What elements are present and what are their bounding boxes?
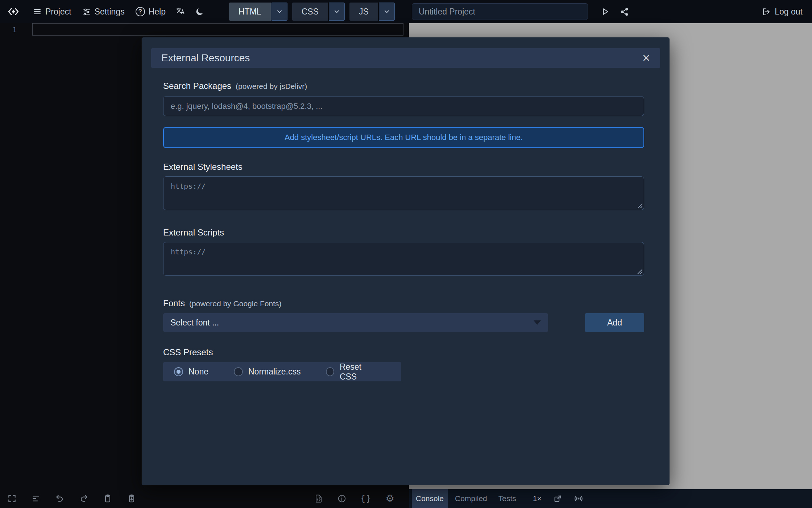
fonts-label: Fonts bbox=[163, 298, 185, 308]
fonts-hint: (powered by Google Fonts) bbox=[189, 299, 281, 308]
zoom-level-button[interactable]: 1× bbox=[533, 494, 542, 503]
run-button[interactable] bbox=[596, 0, 614, 23]
tab-js-dropdown[interactable] bbox=[379, 3, 395, 21]
translate-icon bbox=[176, 7, 186, 17]
copy-button[interactable] bbox=[103, 494, 112, 503]
open-window-icon bbox=[553, 494, 562, 503]
play-icon bbox=[600, 7, 610, 16]
chevron-down-icon bbox=[276, 8, 283, 15]
search-packages-hint: (powered by jsDelivr) bbox=[236, 82, 307, 91]
editor-tools-right: {} ⚙ bbox=[314, 489, 394, 508]
tab-html-label[interactable]: HTML bbox=[229, 3, 271, 21]
search-packages-input[interactable] bbox=[163, 96, 644, 116]
logout-label: Log out bbox=[775, 7, 803, 17]
radio-label: Normalize.css bbox=[248, 367, 301, 377]
css-presets-label: CSS Presets bbox=[163, 347, 213, 357]
tab-js: JS bbox=[349, 3, 395, 21]
radio-reset-css[interactable]: Reset CSS bbox=[326, 362, 376, 382]
stylesheets-label-row: External Stylesheets bbox=[163, 162, 644, 172]
radio-label: Reset CSS bbox=[340, 362, 376, 382]
scripts-label-row: External Scripts bbox=[163, 228, 644, 238]
editor-tabs: HTML CSS JS bbox=[229, 3, 395, 21]
stylesheets-textarea-wrap bbox=[163, 176, 644, 210]
chevron-down-icon bbox=[383, 8, 390, 15]
tab-html: HTML bbox=[229, 3, 287, 21]
tab-css-dropdown[interactable] bbox=[329, 3, 345, 21]
sliders-icon bbox=[82, 7, 91, 16]
chevron-down-icon bbox=[333, 8, 340, 15]
tab-compiled[interactable]: Compiled bbox=[451, 489, 491, 508]
logout-icon bbox=[762, 7, 771, 16]
undo-button[interactable] bbox=[55, 494, 65, 503]
translate-button[interactable] bbox=[171, 0, 190, 23]
menu-item-project[interactable]: Project bbox=[28, 0, 77, 23]
menu-item-label: Help bbox=[149, 7, 166, 17]
font-select[interactable]: Select font ... bbox=[163, 313, 548, 332]
radio-circle-icon bbox=[174, 367, 183, 376]
external-scripts-label: External Scripts bbox=[163, 228, 224, 238]
help-icon: ? bbox=[136, 7, 145, 16]
open-result-window-button[interactable] bbox=[553, 494, 562, 503]
modal-body: Search Packages (powered by jsDelivr) Ad… bbox=[142, 81, 670, 381]
url-hint-banner: Add stylesheet/script URLs. Each URL sho… bbox=[163, 127, 644, 148]
clipboard-icon bbox=[103, 494, 112, 503]
format-lines-icon bbox=[31, 494, 41, 503]
broadcast-icon bbox=[574, 494, 583, 503]
search-packages-label-row: Search Packages (powered by jsDelivr) bbox=[163, 81, 644, 91]
radio-label: None bbox=[188, 367, 208, 377]
font-row: Select font ... Add bbox=[163, 313, 644, 332]
menu-item-settings[interactable]: Settings bbox=[77, 0, 130, 23]
code-file-icon bbox=[314, 494, 323, 503]
console-bar: Console Compiled Tests 1× bbox=[409, 489, 812, 508]
logout-button[interactable]: Log out bbox=[762, 0, 803, 23]
focus-editor-button[interactable] bbox=[7, 494, 17, 503]
external-stylesheets-textarea[interactable] bbox=[163, 176, 644, 210]
tab-css-label[interactable]: CSS bbox=[292, 3, 328, 21]
app-root: Project Settings ? Help bbox=[0, 0, 812, 508]
editor-syntax-button[interactable]: {} bbox=[360, 494, 372, 503]
menu-item-help[interactable]: ? Help bbox=[130, 0, 171, 23]
hamburger-icon bbox=[33, 7, 42, 16]
braces-icon: {} bbox=[360, 494, 372, 503]
dark-mode-toggle[interactable] bbox=[190, 0, 209, 23]
modal-header: External Resources × bbox=[151, 48, 660, 68]
info-icon bbox=[337, 494, 347, 503]
redo-icon bbox=[79, 494, 88, 503]
external-stylesheets-label: External Stylesheets bbox=[163, 162, 243, 172]
custom-settings-button[interactable] bbox=[314, 494, 323, 503]
share-button[interactable] bbox=[616, 0, 633, 23]
tab-tests[interactable]: Tests bbox=[494, 489, 520, 508]
broadcast-button[interactable] bbox=[574, 494, 583, 503]
close-icon[interactable]: × bbox=[642, 52, 650, 65]
add-font-button[interactable]: Add bbox=[585, 313, 644, 332]
menu-item-label: Settings bbox=[95, 7, 125, 17]
app-logo-icon[interactable] bbox=[5, 3, 22, 20]
share-icon bbox=[620, 7, 629, 16]
project-title-input[interactable] bbox=[412, 3, 588, 20]
external-scripts-textarea[interactable] bbox=[163, 242, 644, 276]
redo-button[interactable] bbox=[79, 494, 88, 503]
clipboard-paste-icon bbox=[127, 494, 136, 503]
radio-circle-icon bbox=[326, 367, 334, 376]
editor-info-button[interactable] bbox=[337, 494, 347, 503]
undo-icon bbox=[55, 494, 65, 503]
modal-title: External Resources bbox=[161, 52, 250, 64]
main-menu: Project Settings ? Help bbox=[28, 0, 209, 23]
editor-settings-button[interactable]: ⚙ bbox=[386, 494, 394, 504]
tab-console[interactable]: Console bbox=[412, 489, 448, 508]
tab-css: CSS bbox=[292, 3, 345, 21]
editor-current-line-box bbox=[32, 23, 403, 36]
radio-none[interactable]: None bbox=[174, 367, 208, 377]
radio-circle-icon bbox=[234, 367, 243, 376]
scripts-textarea-wrap bbox=[163, 242, 644, 276]
line-number: 1 bbox=[7, 25, 17, 34]
topbar: Project Settings ? Help bbox=[0, 0, 812, 23]
css-presets-radio-group: None Normalize.css Reset CSS bbox=[163, 362, 401, 381]
tab-html-dropdown[interactable] bbox=[272, 3, 287, 21]
font-select-value: Select font ... bbox=[170, 318, 219, 328]
fonts-label-row: Fonts (powered by Google Fonts) bbox=[163, 298, 644, 308]
radio-normalize-css[interactable]: Normalize.css bbox=[234, 367, 301, 377]
tab-js-label[interactable]: JS bbox=[349, 3, 378, 21]
format-code-button[interactable] bbox=[31, 494, 41, 503]
paste-button[interactable] bbox=[127, 494, 136, 503]
